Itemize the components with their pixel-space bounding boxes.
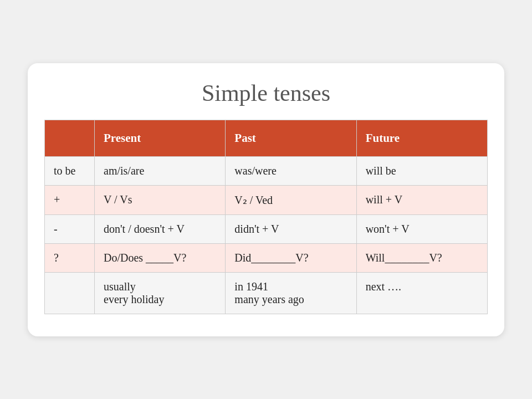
row-label: - [45,214,95,243]
header-future: Future [356,120,487,156]
row-present: am/is/are [95,156,226,185]
row-label: to be [45,156,95,185]
row-present: don't / doesn't + V [95,214,226,243]
row-future: next …. [356,272,487,314]
table-row: usually every holidayin 1941 many years … [45,272,488,314]
row-past: Did________V? [226,243,356,272]
row-label: + [45,185,95,214]
row-future: Will________V? [356,243,487,272]
row-label [45,272,95,314]
header-label-col [45,120,95,156]
header-past: Past [226,120,356,156]
row-future: will be [356,156,487,185]
page-title: Simple tenses [44,80,488,106]
table-row: +V / VsV₂ / Vedwill + V [45,185,488,214]
row-present: V / Vs [95,185,226,214]
row-label: ? [45,243,95,272]
table-header-row: Present Past Future [45,120,488,156]
row-past: V₂ / Ved [226,185,356,214]
header-present: Present [95,120,226,156]
row-past: in 1941 many years ago [226,272,356,314]
row-present: usually every holiday [95,272,226,314]
row-past: didn't + V [226,214,356,243]
table-row: -don't / doesn't + Vdidn't + Vwon't + V [45,214,488,243]
simple-tenses-table: Present Past Future to beam/is/arewas/we… [44,120,488,314]
table-row: to beam/is/arewas/werewill be [45,156,488,185]
row-past: was/were [226,156,356,185]
row-present: Do/Does _____V? [95,243,226,272]
row-future: won't + V [356,214,487,243]
main-card: Simple tenses Present Past Future to bea… [28,63,504,336]
row-future: will + V [356,185,487,214]
table-row: ?Do/Does _____V?Did________V?Will_______… [45,243,488,272]
